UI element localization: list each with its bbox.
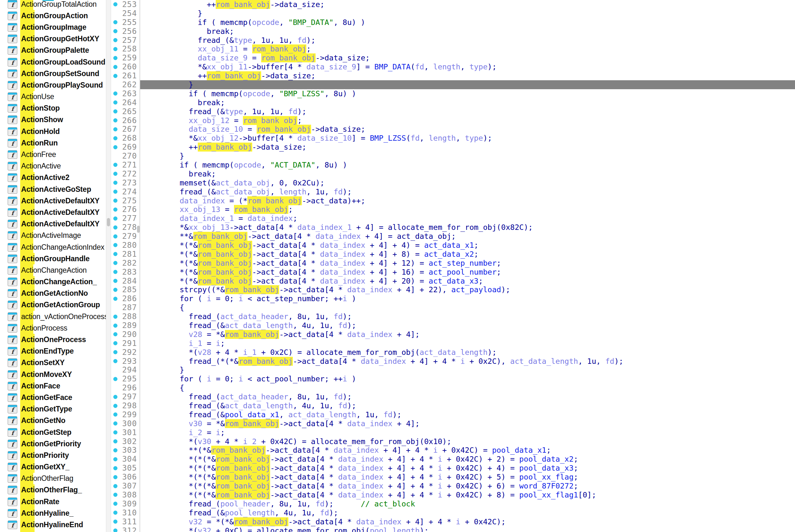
function-list-item[interactable]: fActionEndType bbox=[0, 346, 106, 357]
gutter-cell[interactable]: 293 bbox=[111, 357, 140, 366]
code-line[interactable]: 292 *(v28 + 4 * i_1 + 0x2C) = allocate_m… bbox=[111, 348, 795, 357]
function-list-item[interactable]: fActionGetActionGroup bbox=[0, 299, 106, 311]
code-text[interactable]: fread_(&type, 1u, 1u, fd); bbox=[140, 36, 795, 45]
code-line[interactable]: 264 break; bbox=[111, 98, 795, 107]
breakpoint-dot-empty[interactable] bbox=[113, 306, 118, 310]
gutter-cell[interactable]: 290 bbox=[111, 330, 140, 339]
gutter-cell[interactable]: 303 bbox=[111, 446, 140, 455]
code-text[interactable]: *(*(*&rom_bank_obj->act_data[4 * data_in… bbox=[140, 455, 795, 463]
gutter-cell[interactable]: 311 bbox=[111, 517, 140, 526]
code-text[interactable]: v28 = *&rom_bank_obj->act_data[4 * data_… bbox=[140, 330, 795, 339]
function-list-item[interactable]: fActionFace bbox=[0, 380, 106, 392]
code-line[interactable]: 282 *(*&rom_bank_obj->act_data[4 * data_… bbox=[111, 259, 795, 268]
code-line[interactable]: 270 } bbox=[111, 152, 795, 160]
sidebar-scrollbar-thumb[interactable] bbox=[107, 218, 110, 226]
gutter-cell[interactable]: 279 bbox=[111, 232, 140, 241]
function-list-item[interactable]: fActionActiveDefaultXY bbox=[0, 195, 106, 207]
code-text[interactable]: memset(&act_data_obj, 0, 0x2Cu); bbox=[140, 178, 795, 187]
gutter-cell[interactable]: 264 bbox=[111, 98, 140, 107]
code-line[interactable]: 265 fread_(&type, 1u, 1u, fd); bbox=[111, 107, 795, 116]
code-line[interactable]: 290 v28 = *&rom_bank_obj->act_data[4 * d… bbox=[111, 330, 795, 339]
code-text[interactable]: *(*&rom_bank_obj->act_data[4 * data_inde… bbox=[140, 241, 795, 250]
gutter-cell[interactable]: 298 bbox=[111, 401, 140, 410]
code-line[interactable]: 306 *(*(*&rom_bank_obj->act_data[4 * dat… bbox=[111, 473, 795, 481]
gutter-cell[interactable]: 281 bbox=[111, 250, 140, 259]
code-line[interactable]: 289 fread_(&act_data_length, 4u, 1u, fd)… bbox=[111, 321, 795, 330]
gutter-cell[interactable]: 278 bbox=[111, 223, 140, 232]
breakpoint-dot[interactable] bbox=[113, 350, 118, 354]
breakpoint-dot[interactable] bbox=[113, 501, 118, 506]
code-line[interactable]: 283 *(*&rom_bank_obj->act_data[4 * data_… bbox=[111, 268, 795, 277]
code-text[interactable]: xx_obj_12 = rom_bank_obj; bbox=[140, 116, 795, 125]
function-list-item[interactable]: fActionUse bbox=[0, 91, 106, 102]
breakpoint-dot[interactable] bbox=[113, 324, 118, 328]
gutter-cell[interactable]: 284 bbox=[111, 277, 140, 285]
code-line[interactable]: 273 memset(&act_data_obj, 0, 0x2Cu); bbox=[111, 178, 795, 187]
gutter-cell[interactable]: 292 bbox=[111, 348, 140, 357]
code-text[interactable]: { bbox=[140, 303, 795, 312]
function-list-item[interactable]: fActionGroupPlaySound bbox=[0, 79, 106, 91]
function-list-item[interactable]: fActionRun bbox=[0, 137, 106, 149]
code-line[interactable]: 293 fread_(*(*&rom_bank_obj->act_data[4 … bbox=[111, 357, 795, 366]
breakpoint-dot[interactable] bbox=[113, 315, 118, 319]
breakpoint-dot[interactable] bbox=[113, 457, 118, 461]
gutter-cell[interactable]: 253 bbox=[111, 0, 140, 9]
code-line[interactable]: 308 *(*(*&rom_bank_obj->act_data[4 * dat… bbox=[111, 491, 795, 499]
function-list-item[interactable]: fActionGetStep bbox=[0, 426, 106, 438]
code-text[interactable]: *(*(*&rom_bank_obj->act_data[4 * data_in… bbox=[140, 491, 795, 499]
code-line[interactable]: 254 } bbox=[111, 9, 795, 18]
breakpoint-dot[interactable] bbox=[113, 297, 118, 301]
gutter-cell[interactable]: 272 bbox=[111, 169, 140, 178]
breakpoint-dot-empty[interactable] bbox=[113, 368, 118, 372]
breakpoint-dot[interactable] bbox=[113, 180, 118, 185]
code-line[interactable]: 256 break; bbox=[111, 27, 795, 36]
code-text[interactable]: fread_(&act_data_length, 4u, 1u, fd); bbox=[140, 321, 795, 330]
gutter-cell[interactable]: 287 bbox=[111, 303, 140, 312]
breakpoint-dot[interactable] bbox=[113, 395, 118, 399]
function-list-item[interactable]: fActionGroupLoadSound bbox=[0, 56, 106, 68]
breakpoint-dot[interactable] bbox=[113, 198, 118, 203]
code-text[interactable]: ++rom_bank_obj->data_size; bbox=[140, 0, 795, 9]
gutter-cell[interactable]: 260 bbox=[111, 62, 140, 71]
function-list-item[interactable]: fActionStop bbox=[0, 102, 106, 114]
code-line[interactable]: 260 *&xx_obj_11->buffer[4 * data_size_9]… bbox=[111, 62, 795, 71]
breakpoint-dot-empty[interactable] bbox=[113, 386, 118, 390]
function-list-item[interactable]: fActionHyaline_ bbox=[0, 507, 106, 519]
breakpoint-dot[interactable] bbox=[113, 270, 118, 274]
gutter-cell[interactable]: 280 bbox=[111, 241, 140, 250]
function-list-item[interactable]: fActionGroupAction bbox=[0, 10, 106, 21]
code-text[interactable]: fread_(&pool_data_x1, act_data_length, 1… bbox=[140, 410, 795, 419]
code-text[interactable]: strcpy((*&rom_bank_obj->act_data[4 * dat… bbox=[140, 285, 795, 294]
code-line[interactable]: 255 if ( memcmp(opcode, "BMP_DATA", 8u) … bbox=[111, 18, 795, 27]
breakpoint-dot[interactable] bbox=[113, 439, 118, 443]
breakpoint-dot[interactable] bbox=[113, 109, 118, 114]
code-line[interactable]: 269 ++rom_bank_obj->data_size; bbox=[111, 142, 795, 152]
breakpoint-dot[interactable] bbox=[113, 163, 118, 167]
code-line[interactable]: 295 for ( i = 0; i < act_pool_number; ++… bbox=[111, 374, 795, 383]
code-text[interactable]: i_1 = i; bbox=[140, 339, 795, 348]
breakpoint-dot[interactable] bbox=[113, 413, 118, 417]
function-list-item[interactable]: fActionChangeActionIndex bbox=[0, 241, 106, 253]
function-list-item[interactable]: fActionGetType bbox=[0, 403, 106, 415]
code-line[interactable]: 277 data_index_1 = data_index; bbox=[111, 214, 795, 223]
gutter-cell[interactable]: 267 bbox=[111, 125, 140, 134]
gutter-scrollbar-thumb[interactable] bbox=[137, 226, 140, 233]
code-line[interactable]: 288 fread_(act_data_header, 8u, 1u, fd); bbox=[111, 312, 795, 321]
function-list-item[interactable]: fActionActiveDefaultXY bbox=[0, 218, 106, 230]
function-list-item[interactable]: fActionProcess bbox=[0, 322, 106, 334]
function-list-item[interactable]: fActionGetPriority bbox=[0, 438, 106, 450]
breakpoint-dot[interactable] bbox=[113, 56, 118, 60]
function-list-item[interactable]: fActionGroupSetSound bbox=[0, 68, 106, 79]
gutter-cell[interactable]: 285 bbox=[111, 285, 140, 294]
code-text[interactable]: *(*&rom_bank_obj->act_data[4 * data_inde… bbox=[140, 250, 795, 259]
code-text[interactable]: fread_(&act_data_length, 4u, 1u, fd); bbox=[140, 401, 795, 410]
code-text[interactable]: if ( memcmp(opcode, "ACT_DATA", 8u) ) bbox=[140, 160, 795, 169]
function-list-item[interactable]: fActionGroupGetHotXY bbox=[0, 33, 106, 45]
code-text[interactable]: break; bbox=[140, 169, 795, 178]
function-list-item[interactable]: fActionGetFace bbox=[0, 392, 106, 403]
gutter-cell[interactable]: 300 bbox=[111, 419, 140, 428]
code-text[interactable]: xx_obj_13 = rom_bank_obj; bbox=[140, 205, 795, 214]
gutter-cell[interactable]: 273 bbox=[111, 178, 140, 187]
code-line[interactable]: 253 ++rom_bank_obj->data_size; bbox=[111, 0, 795, 9]
pseudocode-editor[interactable]: 253 ++rom_bank_obj->data_size;254 }255 i… bbox=[111, 0, 795, 532]
